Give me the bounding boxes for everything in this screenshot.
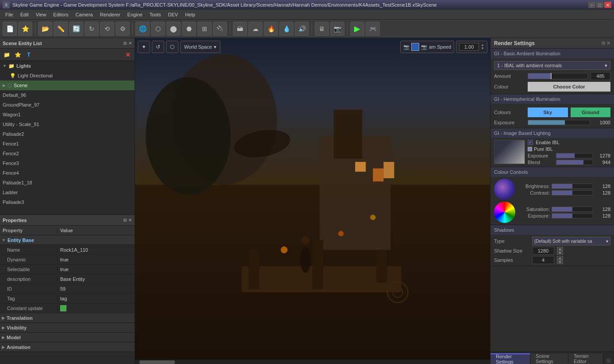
- gi-hemi-exposure-slider[interactable]: [528, 120, 590, 125]
- vp-value-input[interactable]: [459, 43, 479, 51]
- menu-editors[interactable]: Editors: [50, 11, 72, 18]
- entity-ladder[interactable]: Ladder: [0, 188, 135, 197]
- entity-close-button[interactable]: ✕: [123, 50, 133, 59]
- panel-resize-handle[interactable]: ⊞: [603, 357, 614, 364]
- menu-dev[interactable]: DEV: [165, 11, 182, 18]
- render-button[interactable]: 🏔: [233, 22, 247, 36]
- rs-float-btn[interactable]: ⧉: [602, 40, 605, 46]
- constant-update-checkbox[interactable]: [60, 305, 66, 311]
- menu-tools[interactable]: Tools: [146, 11, 165, 18]
- rs-close-btn[interactable]: ✕: [606, 40, 610, 46]
- menu-file[interactable]: File: [2, 11, 17, 18]
- add-star-button[interactable]: ⭐: [13, 50, 23, 59]
- refresh-button[interactable]: 🔄: [69, 22, 83, 36]
- sh-size-input[interactable]: [532, 247, 554, 255]
- sh-type-dropdown[interactable]: (Default) Soft with variable sa ▾: [532, 237, 610, 245]
- props-float-btn[interactable]: ⧉: [124, 218, 127, 223]
- tab-render-settings[interactable]: Render Settings: [490, 353, 530, 364]
- sh-samples-input[interactable]: [532, 256, 554, 264]
- import-button[interactable]: ⬤: [166, 22, 181, 36]
- menu-renderer[interactable]: Renderer: [97, 11, 124, 18]
- menu-edit[interactable]: Edit: [17, 11, 32, 18]
- vp-value-arrows[interactable]: ▲ ▼: [481, 43, 484, 50]
- entity-palisade3[interactable]: Palisade3: [0, 197, 135, 207]
- entity-fence1[interactable]: Fence1: [0, 139, 135, 149]
- gamepad-button[interactable]: 🎮: [366, 22, 380, 36]
- gi-hemi-ground-button[interactable]: Ground: [571, 107, 611, 117]
- refresh3-button[interactable]: ⟲: [100, 22, 114, 36]
- screen-button[interactable]: 🖥: [315, 22, 329, 36]
- vp-translate-btn[interactable]: ✦: [138, 41, 150, 53]
- tab-scene-settings[interactable]: Scene Settings: [530, 353, 568, 364]
- vp-arrow-down[interactable]: ▼: [481, 47, 484, 50]
- minimize-button[interactable]: −: [588, 2, 595, 8]
- asset-button[interactable]: ⬡: [151, 22, 165, 36]
- text-button[interactable]: T: [24, 50, 34, 59]
- sh-size-down[interactable]: ▼: [557, 251, 563, 255]
- panel-close-button[interactable]: ✕: [128, 41, 132, 46]
- prop-cat-model[interactable]: ▶ Model: [0, 333, 135, 342]
- entity-fence2[interactable]: Fence2: [0, 149, 135, 158]
- plugin-button[interactable]: 🔌: [213, 22, 227, 36]
- close-button[interactable]: ✕: [604, 2, 611, 8]
- menu-help[interactable]: Help: [181, 11, 199, 18]
- ibl-blend-slider[interactable]: [556, 160, 593, 165]
- entity-groundplane97[interactable]: GroundPlane_97: [0, 100, 135, 110]
- gi-hemi-sky-button[interactable]: Sky: [528, 107, 568, 117]
- sound-button[interactable]: 🔊: [295, 22, 309, 36]
- vp-scale-btn[interactable]: ⬡: [166, 41, 178, 53]
- entity-fence3[interactable]: Fence3: [0, 158, 135, 168]
- water-button[interactable]: 💧: [279, 22, 293, 36]
- cc-contrast-slider[interactable]: [552, 190, 593, 195]
- ibl-exposure-slider[interactable]: [556, 153, 593, 158]
- entity-lights-folder[interactable]: ▼ 📁 Lights: [0, 61, 135, 71]
- cc-brightness-slider[interactable]: [552, 184, 593, 189]
- fire-button[interactable]: 🔥: [264, 22, 278, 36]
- viewport-scrollbar[interactable]: [135, 360, 490, 364]
- bookmark-button[interactable]: ⭐: [18, 22, 32, 36]
- choose-color-button[interactable]: Choose Color: [528, 82, 610, 92]
- cc-exposure-slider[interactable]: [552, 213, 593, 218]
- props-close-btn[interactable]: ✕: [128, 218, 132, 223]
- ibl-enable-checkbox[interactable]: ✓: [528, 140, 533, 145]
- sh-samples-up[interactable]: ▲: [557, 256, 563, 260]
- sh-size-up[interactable]: ▲: [557, 247, 563, 251]
- viewport-scroll-thumb[interactable]: [139, 360, 175, 364]
- prop-cat-animation[interactable]: ▶ Animation: [0, 342, 135, 352]
- cc-saturation-slider[interactable]: [552, 207, 593, 212]
- tool5[interactable]: ⚙: [116, 22, 130, 36]
- entity-light-directional[interactable]: 💡 Light Directional: [0, 71, 135, 80]
- prop-cat-translation[interactable]: ▶ Translation: [0, 313, 135, 323]
- edit-button[interactable]: ✏️: [54, 22, 68, 36]
- sh-samples-down[interactable]: ▼: [557, 260, 563, 264]
- entity-fence4[interactable]: Fence4: [0, 168, 135, 178]
- entity-wagon1[interactable]: Wagon1: [0, 110, 135, 119]
- sky-button[interactable]: ☁: [248, 22, 263, 36]
- open-button[interactable]: 📂: [38, 22, 52, 36]
- gi-basic-dropdown[interactable]: 1 - IBAL with ambient normals ▾: [494, 61, 610, 70]
- refresh2-button[interactable]: ↻: [85, 22, 99, 36]
- prop-cat-visibility[interactable]: ▶ Visibility: [0, 323, 135, 333]
- camera-btn[interactable]: 📷: [330, 22, 344, 36]
- entity-default96[interactable]: Default_96: [0, 90, 135, 100]
- viewport[interactable]: ✦ ↺ ⬡ World Space ▾ 📷 📷 am Speed ▲ ▼: [135, 38, 490, 364]
- entity-palisade2[interactable]: Palisade2: [0, 129, 135, 139]
- menu-engine[interactable]: Engine: [124, 11, 146, 18]
- gi-basic-amount-input[interactable]: [591, 72, 610, 80]
- export-button[interactable]: ⬣: [182, 22, 196, 36]
- menu-camera[interactable]: Camera: [72, 11, 97, 18]
- vp-space-dropdown[interactable]: World Space ▾: [180, 41, 220, 53]
- tab-terrain-editor[interactable]: Terrain Editor: [568, 353, 603, 364]
- entity-scene[interactable]: ▶ ⬡ Scene: [0, 80, 135, 90]
- maximize-button[interactable]: □: [596, 2, 603, 8]
- add-folder-button[interactable]: 📁: [2, 50, 12, 59]
- entity-utility[interactable]: Utility - Scale_91: [0, 119, 135, 129]
- play-button[interactable]: ▶: [350, 22, 364, 36]
- panel-float-button[interactable]: ⧉: [124, 41, 127, 46]
- vp-rotate-btn[interactable]: ↺: [152, 41, 164, 53]
- globe-button[interactable]: 🌐: [135, 22, 150, 36]
- entity-palisade1-18[interactable]: Palisade1_18: [0, 178, 135, 188]
- window-button[interactable]: ⊞: [197, 22, 212, 36]
- gi-basic-amount-slider[interactable]: [528, 73, 588, 79]
- menu-view[interactable]: View: [32, 11, 50, 18]
